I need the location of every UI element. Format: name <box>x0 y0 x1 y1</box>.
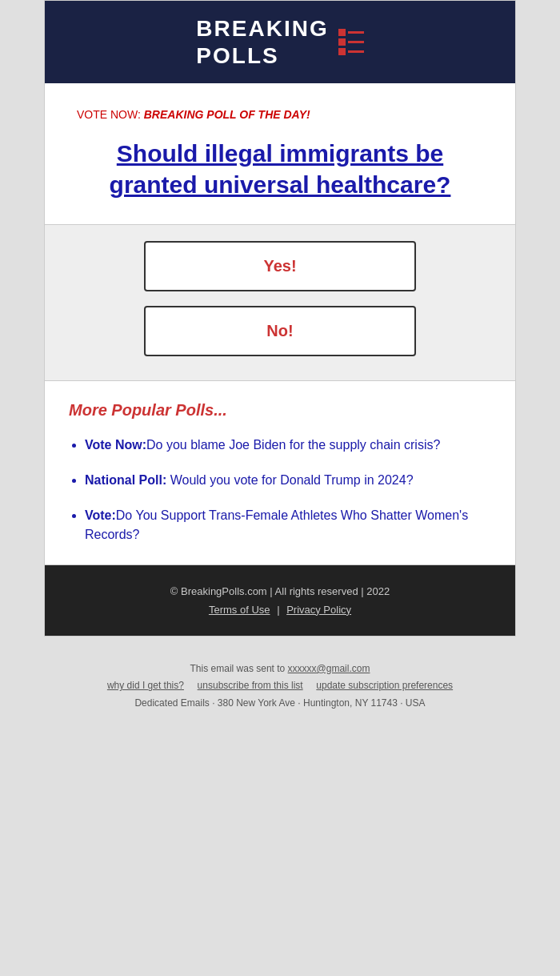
poll-item-3-text[interactable]: Do You Support Trans-Female Athletes Who… <box>85 508 468 541</box>
poll-item-1-bold[interactable]: Vote Now: <box>85 438 146 452</box>
poll-item-2-bold[interactable]: National Poll: <box>85 473 166 487</box>
terms-of-use-link[interactable]: Terms of Use <box>209 604 270 616</box>
email-container: BREAKING POLLS <box>44 0 516 637</box>
poll-item-2-text[interactable]: Would you vote for Donald Trump in 2024? <box>166 473 413 487</box>
icon-line-1 <box>348 31 364 34</box>
list-item: National Poll: Would you vote for Donald… <box>85 471 491 490</box>
polls-list: Vote Now:Do you blame Joe Biden for the … <box>69 436 491 544</box>
list-item: Vote:Do You Support Trans-Female Athlete… <box>85 506 491 544</box>
vote-now-prefix: VOTE NOW: <box>77 108 144 121</box>
email-address[interactable]: xxxxxx@gmail.com <box>288 663 370 674</box>
poll-item-1-text[interactable]: Do you blame Joe Biden for the supply ch… <box>146 438 440 452</box>
brand-line2: POLLS <box>196 42 328 70</box>
poll-question: Should illegal immigrants be granted uni… <box>77 138 483 200</box>
yes-button[interactable]: Yes! <box>144 241 416 291</box>
poll-item-3-bold[interactable]: Vote: <box>85 508 116 522</box>
header: BREAKING POLLS <box>45 1 515 83</box>
more-polls-section: More Popular Polls... Vote Now:Do you bl… <box>45 381 515 565</box>
icon-row-1 <box>338 29 364 36</box>
page-wrapper: BREAKING POLLS <box>0 0 560 729</box>
privacy-policy-link[interactable]: Privacy Policy <box>286 604 351 616</box>
voting-section: Yes! No! <box>45 225 515 381</box>
update-preferences-link[interactable]: update subscription preferences <box>316 680 453 691</box>
unsubscribe-link[interactable]: unsubscribe from this list <box>198 680 303 691</box>
footer-links: Terms of Use | Privacy Policy <box>61 604 499 616</box>
icon-row-3 <box>338 48 364 55</box>
list-item: Vote Now:Do you blame Joe Biden for the … <box>85 436 491 455</box>
footer-copyright: © BreakingPolls.com | All rights reserve… <box>61 585 499 597</box>
icon-line-2 <box>348 41 364 43</box>
icon-square-2 <box>338 38 346 46</box>
poll-question-section: VOTE NOW: BREAKING POLL OF THE DAY! Shou… <box>45 83 515 225</box>
icon-row-2 <box>338 38 364 46</box>
icon-line-3 <box>348 50 364 53</box>
vote-now-emphasis: BREAKING POLL OF THE DAY! <box>144 108 310 121</box>
email-footer-text: This email was sent to xxxxxx@gmail.com … <box>16 661 544 713</box>
mailing-address: Dedicated Emails · 380 New York Ave · Hu… <box>134 697 425 709</box>
why-link[interactable]: why did I get this? <box>107 680 184 691</box>
footer: © BreakingPolls.com | All rights reserve… <box>45 565 515 636</box>
more-polls-title: More Popular Polls... <box>69 401 491 420</box>
footer-separator: | <box>277 604 279 616</box>
icon-square-3 <box>338 48 346 55</box>
vote-now-label: VOTE NOW: BREAKING POLL OF THE DAY! <box>77 107 483 123</box>
icon-square-1 <box>338 29 346 36</box>
no-button[interactable]: No! <box>144 306 416 356</box>
logo-icon <box>338 29 364 55</box>
email-footer: This email was sent to xxxxxx@gmail.com … <box>0 637 560 729</box>
header-inner: BREAKING POLLS <box>61 15 499 69</box>
brand-line1: BREAKING <box>196 15 328 42</box>
header-text-group: BREAKING POLLS <box>196 15 328 69</box>
sent-to-prefix: This email was sent to <box>190 663 288 674</box>
